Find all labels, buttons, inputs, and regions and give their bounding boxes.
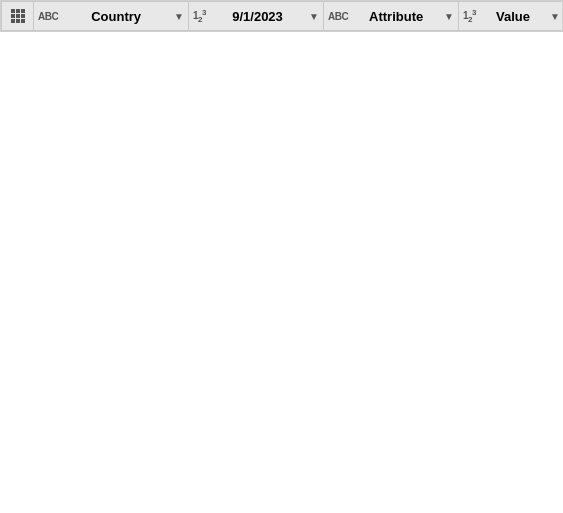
attribute-dropdown-arrow[interactable]: ▼ xyxy=(444,11,454,22)
data-table: ABC Country ▼ 123 9/1/2023 ▼ ABC Att xyxy=(0,0,563,32)
123-icon-value: 123 xyxy=(463,8,476,24)
column-header-value[interactable]: 123 Value ▼ xyxy=(459,2,564,31)
abc-icon-country: ABC xyxy=(38,11,58,22)
country-dropdown-arrow[interactable]: ▼ xyxy=(174,11,184,22)
column-header-country[interactable]: ABC Country ▼ xyxy=(34,2,189,31)
grid-icon xyxy=(11,9,25,23)
value-column-label: Value xyxy=(479,9,547,24)
table-header-row: ABC Country ▼ 123 9/1/2023 ▼ ABC Att xyxy=(2,2,564,31)
country-column-label: Country xyxy=(61,9,171,24)
attribute-column-label: Attribute xyxy=(351,9,441,24)
abc-icon-attribute: ABC xyxy=(328,11,348,22)
date-column-label: 9/1/2023 xyxy=(209,9,306,24)
column-header-attribute[interactable]: ABC Attribute ▼ xyxy=(324,2,459,31)
date-dropdown-arrow[interactable]: ▼ xyxy=(309,11,319,22)
value-dropdown-arrow[interactable]: ▼ xyxy=(550,11,560,22)
column-header-date[interactable]: 123 9/1/2023 ▼ xyxy=(189,2,324,31)
123-icon-date: 123 xyxy=(193,8,206,24)
row-num-header[interactable] xyxy=(2,2,34,31)
